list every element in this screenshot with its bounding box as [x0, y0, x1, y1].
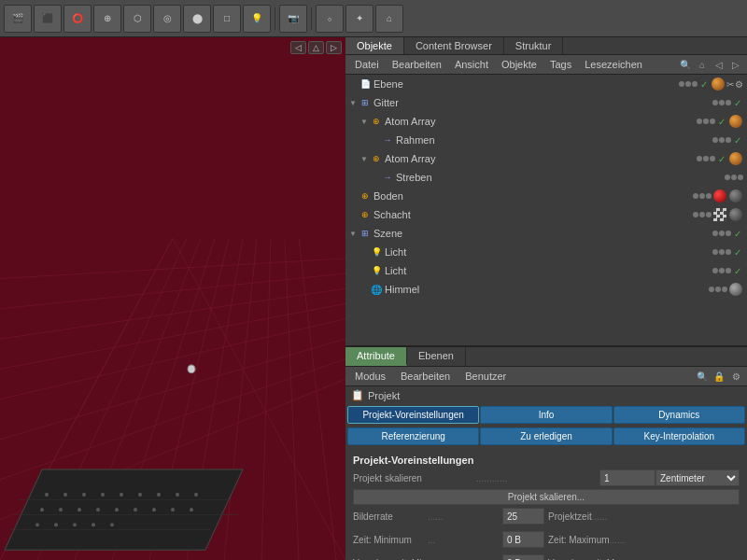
- toolbar-effector-icon[interactable]: ✦: [345, 5, 374, 33]
- expand-arrow[interactable]: ▼: [349, 99, 359, 107]
- viewport-nav-left[interactable]: ◁: [290, 41, 306, 54]
- attr-menu-modus[interactable]: Modus: [349, 370, 391, 383]
- attr-tab-info[interactable]: Info: [480, 406, 612, 424]
- back-icon[interactable]: ◁: [712, 57, 726, 72]
- obj-type-icon: ⊞: [359, 96, 372, 109]
- list-item[interactable]: ⊕ Schacht: [345, 205, 747, 224]
- toolbar-sphere-icon[interactable]: ⬤: [183, 5, 211, 33]
- attr-tab-key-interpolation[interactable]: Key-Interpolation: [613, 427, 745, 445]
- toolbar-camera-icon[interactable]: 📷: [279, 5, 307, 33]
- obj-name-label: Szene: [374, 228, 712, 239]
- toolbar-deformer-icon[interactable]: ⬦: [316, 5, 344, 33]
- toolbar-subdiv-icon[interactable]: ◎: [153, 5, 181, 33]
- skalieren-dots: ............: [476, 473, 599, 483]
- svg-point-42: [190, 508, 193, 511]
- skalieren-input[interactable]: [599, 469, 655, 486]
- attr-menu-benutzer[interactable]: Benutzer: [459, 370, 512, 383]
- viewport-nav-right[interactable]: ▷: [326, 41, 342, 54]
- list-item[interactable]: 💡 Licht ✓: [345, 261, 747, 280]
- list-item[interactable]: ⊕ Boden: [345, 187, 747, 205]
- attr-tab-voreinstellungen[interactable]: Projekt-Voreinstellungen: [347, 406, 479, 424]
- obj-type-icon: →: [381, 133, 394, 147]
- toolbar-cube-icon[interactable]: ⬛: [34, 5, 62, 33]
- menu-bearbeiten[interactable]: Bearbeiten: [387, 58, 447, 71]
- obj-status-dots: ✓: [712, 247, 743, 258]
- list-item[interactable]: 🌐 Himmel: [345, 280, 747, 299]
- expand-arrow[interactable]: ▼: [360, 155, 370, 163]
- obj-status-dots: ✓: [712, 229, 743, 239]
- svg-point-45: [73, 523, 77, 526]
- tab-attribute[interactable]: Attribute: [345, 347, 407, 366]
- svg-point-38: [115, 508, 119, 511]
- home-icon[interactable]: ⌂: [695, 57, 710, 72]
- attr-tab-referenzierung[interactable]: Referenzierung: [347, 427, 479, 445]
- menu-lesezeichen[interactable]: Lesezeichen: [579, 58, 648, 71]
- svg-point-39: [134, 508, 137, 511]
- menu-tags[interactable]: Tags: [544, 58, 577, 71]
- attr-menu-bearbeiten[interactable]: Bearbeiten: [395, 370, 456, 383]
- vorschau-min-input[interactable]: [502, 554, 544, 560]
- list-item[interactable]: ▼ ⊞ Gitter ✓: [345, 93, 747, 112]
- attr-gear-icon[interactable]: ⚙: [728, 369, 743, 384]
- obj-status-dots: ✓: [712, 98, 743, 108]
- toolbar-plane-icon[interactable]: □: [213, 5, 241, 33]
- obj-type-icon: ⊕: [359, 208, 372, 221]
- svg-point-36: [78, 508, 81, 511]
- attr-search-icon[interactable]: 🔍: [695, 369, 710, 384]
- expand-arrow[interactable]: ▼: [349, 230, 359, 238]
- obj-status-dots: ✓: [697, 152, 743, 165]
- obj-type-icon: ⊕: [359, 189, 372, 203]
- tab-struktur[interactable]: Struktur: [504, 37, 564, 54]
- attr-tab-buttons-row1: Projekt-Voreinstellungen Info Dynamics: [347, 406, 745, 424]
- obj-type-icon: ⊕: [370, 152, 383, 165]
- mat-icon[interactable]: [712, 77, 725, 91]
- attr-form-content: Projekt-Voreinstellungen Projekt skalier…: [345, 447, 747, 560]
- viewport[interactable]: ◁ △ ▷: [0, 37, 345, 560]
- svg-point-34: [40, 508, 44, 511]
- form-row-skalieren-btn: Projekt skalieren...: [353, 489, 740, 505]
- list-item[interactable]: → Streben: [345, 168, 747, 187]
- list-item[interactable]: → Rahmen ✓: [345, 131, 747, 149]
- attr-lock-icon[interactable]: 🔒: [712, 369, 726, 384]
- obj-status-dots: [693, 189, 743, 203]
- search-icon[interactable]: 🔍: [678, 57, 693, 72]
- toolbar-field-icon[interactable]: ⌂: [375, 5, 403, 33]
- skalieren-button[interactable]: Projekt skalieren...: [353, 489, 740, 505]
- tab-ebenen[interactable]: Ebenen: [407, 347, 466, 366]
- list-item[interactable]: 💡 Licht ✓: [345, 243, 747, 261]
- list-item[interactable]: 📄 Ebene ✓ ✂ ⚙: [345, 75, 747, 93]
- attr-tab-zu-erledigen[interactable]: Zu erledigen: [480, 427, 612, 445]
- form-row-skalieren: Projekt skalieren ............ Zentimete…: [353, 469, 740, 486]
- attr-menubar-icons: 🔍 🔒 ⚙: [695, 369, 743, 384]
- form-row-vorschau-max: Vorschauzeit: Max. ...: [548, 554, 740, 560]
- svg-point-33: [194, 493, 198, 497]
- menu-objekte[interactable]: Objekte: [496, 58, 543, 71]
- obj-type-icon: ⊞: [359, 227, 372, 240]
- obj-type-icon: 🌐: [370, 283, 383, 296]
- list-item[interactable]: ▼ ⊕ Atom Array ✓: [345, 149, 747, 168]
- expand-arrow[interactable]: ▼: [360, 118, 370, 126]
- list-item[interactable]: ▼ ⊕ Atom Array ✓: [345, 112, 747, 131]
- obj-status-dots: ✓: [712, 266, 743, 276]
- toolbar-atom-icon[interactable]: ⊕: [93, 5, 121, 33]
- attr-tab-dynamics[interactable]: Dynamics: [613, 406, 745, 424]
- tab-content-browser[interactable]: Content Browser: [404, 37, 504, 54]
- menu-ansicht[interactable]: Ansicht: [449, 58, 494, 71]
- zeit-min-label: Zeit: Minimum: [353, 535, 428, 545]
- viewport-toolbar: ◁ △ ▷: [290, 41, 342, 54]
- viewport-nav-up[interactable]: △: [308, 41, 324, 54]
- zentimeter-select[interactable]: Zentimeter Meter Millimeter: [655, 469, 740, 486]
- tab-objekte[interactable]: Objekte: [345, 37, 404, 54]
- toolbar-light-icon[interactable]: 💡: [243, 5, 271, 33]
- toolbar-film-icon[interactable]: 🎬: [4, 5, 32, 33]
- obj-type-icon: 💡: [370, 264, 383, 277]
- bilderrate-input[interactable]: [502, 508, 544, 525]
- obj-type-icon: 📄: [359, 77, 372, 91]
- forward-icon[interactable]: ▷: [728, 57, 743, 72]
- menu-datei[interactable]: Datei: [349, 58, 385, 71]
- list-item[interactable]: ▼ ⊞ Szene ✓: [345, 224, 747, 243]
- toolbar-grid-icon[interactable]: ⬡: [123, 5, 151, 33]
- zeit-min-input[interactable]: [502, 531, 544, 548]
- toolbar-ring-icon[interactable]: ⭕: [63, 5, 92, 33]
- obj-name-label: Schacht: [374, 209, 693, 220]
